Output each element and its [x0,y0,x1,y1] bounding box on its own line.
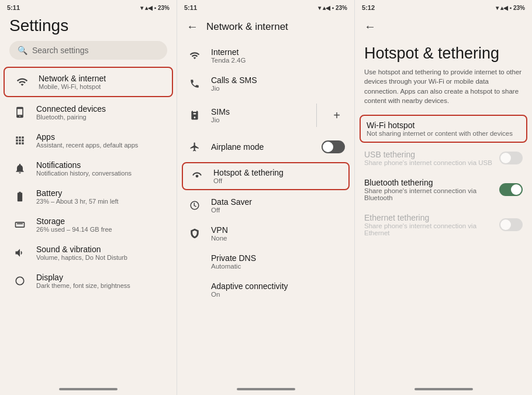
dns-text: Private DNS Automatic [186,253,345,270]
settings-item-storage[interactable]: Storage 26% used – 94.14 GB free [2,211,174,239]
nav-hotspot[interactable]: Hotspot & tethering Off [182,162,350,190]
back-button-2[interactable]: ← [184,18,201,36]
vpn-sub: None [211,235,345,242]
settings-item-sound[interactable]: Sound & vibration Volume, haptics, Do No… [2,239,174,267]
adaptive-text: Adaptive connectivity On [186,281,345,298]
network-subtitle: Mobile, Wi-Fi, hotspot [39,83,106,90]
settings-item-apps[interactable]: Apps Assistant, recent apps, default app… [2,126,174,154]
nav-sims[interactable]: SIMs Jio + [177,98,354,133]
bluetooth-tethering-text: Bluetooth tethering Share phone's intern… [364,178,493,201]
bluetooth-tethering-toggle[interactable] [499,183,523,196]
storage-text: Storage 26% used – 94.14 GB free [36,217,112,233]
apps-title: Apps [36,132,138,142]
usb-tethering-text: USB tethering Share phone's internet con… [364,150,493,166]
hotspot-nav-title: Hotspot & tethering [213,168,343,177]
time-3: 5:12 [362,4,375,11]
nav-dns[interactable]: Private DNS Automatic [177,248,354,276]
ethernet-tethering-title: Ethernet tethering [364,213,493,222]
status-icons-2: ▾ ▴◀ ▪ 23% [318,5,347,11]
nav-airplane[interactable]: Airplane mode [177,133,354,161]
usb-tethering-toggle[interactable] [499,152,523,164]
battery-settings-icon [12,188,28,205]
sims-title: SIMs [211,107,305,116]
hotspot-header: ← [355,14,532,42]
add-sim-button[interactable]: + [329,107,345,125]
airplane-text: Airplane mode [211,142,313,152]
internet-title: Internet [211,47,345,57]
status-icons-1: ▾ ▴◀ ▪ 23% [140,5,170,11]
usb-tethering-item[interactable]: USB tethering Share phone's internet con… [355,144,532,172]
bottom-bar-3 [414,388,473,390]
hotspot-nav-text: Hotspot & tethering Off [213,168,343,184]
storage-icon [12,217,28,233]
calls-title: Calls & SMS [211,75,345,85]
calls-text: Calls & SMS Jio [211,75,345,92]
adaptive-title: Adaptive connectivity [211,281,345,291]
display-subtitle: Dark theme, font size, brightness [36,282,130,289]
notifications-icon [12,160,28,177]
status-bar-2: 5:11 ▾ ▴◀ ▪ 23% [177,0,354,14]
bluetooth-tethering-item[interactable]: Bluetooth tethering Share phone's intern… [355,172,532,207]
hotspot-description: Use hotspot and tethering to provide int… [355,67,532,113]
nav-vpn[interactable]: VPN None [177,219,354,248]
battery-text: Battery 23% – About 3 hr, 57 min left [36,188,119,205]
wifi-icon-3: ▾ [496,5,499,11]
network-panel-title: Network & internet [206,21,288,33]
notifications-text: Notifications Notification history, conv… [36,160,132,177]
airplane-title: Airplane mode [211,142,313,152]
ethernet-tethering-toggle[interactable] [499,218,523,231]
wifi-hotspot-item[interactable]: Wi-Fi hotspot Not sharing internet or co… [360,115,527,143]
datasaver-title: Data Saver [211,197,345,207]
cell-icon-3: ▴◀ [500,5,508,11]
dns-sub: Automatic [211,263,345,270]
network-icon [14,74,30,90]
calls-icon [186,75,203,92]
sound-subtitle: Volume, haptics, Do Not Disturb [36,254,127,261]
nav-internet[interactable]: Internet Tenda 2.4G [177,42,354,70]
settings-item-connected[interactable]: Connected devices Bluetooth, pairing [2,98,174,126]
settings-item-network[interactable]: Network & internet Mobile, Wi-Fi, hotspo… [4,67,173,97]
calls-sub: Jio [211,85,345,92]
connected-text: Connected devices Bluetooth, pairing [36,104,106,121]
datasaver-sub: Off [211,207,345,214]
nav-calls[interactable]: Calls & SMS Jio [177,70,354,98]
connected-icon [12,104,28,121]
ethernet-tethering-item[interactable]: Ethernet tethering Share phone's interne… [355,207,532,242]
battery-subtitle: 23% – About 3 hr, 57 min left [36,198,119,205]
vpn-text: VPN None [211,225,345,242]
time-2: 5:11 [184,4,197,11]
notifications-subtitle: Notification history, conversations [36,170,132,177]
nav-adaptive[interactable]: Adaptive connectivity On [177,276,354,304]
display-icon [12,273,28,289]
status-bar-1: 5:11 ▾ ▴◀ ▪ 23% [0,0,177,14]
sims-sub: Jio [211,116,305,123]
cell-icon-2: ▴◀ [323,5,330,11]
display-title: Display [36,273,130,282]
adaptive-sub: On [211,291,345,298]
search-bar[interactable]: 🔍 Search settings [9,41,167,60]
battery-icon-2: ▪ 23% [332,5,347,11]
ethernet-tethering-sub: Share phone's internet connection via Et… [364,222,493,236]
notifications-title: Notifications [36,160,132,170]
sims-text: SIMs Jio [211,107,305,123]
settings-item-display[interactable]: Display Dark theme, font size, brightnes… [2,267,174,295]
vpn-title: VPN [211,225,345,235]
settings-item-battery[interactable]: Battery 23% – About 3 hr, 57 min left [2,183,174,211]
nav-datasaver[interactable]: Data Saver Off [177,191,354,219]
network-header: ← Network & internet [177,14,354,42]
airplane-toggle[interactable] [322,140,345,153]
storage-title: Storage [36,217,112,226]
sound-title: Sound & vibration [36,245,127,254]
page-title: Settings [0,14,177,41]
sims-divider [316,104,317,127]
sound-icon [12,245,28,261]
hotspot-nav-icon [189,168,205,184]
settings-item-notifications[interactable]: Notifications Notification history, conv… [2,154,174,183]
apps-icon [12,132,28,149]
back-button-3[interactable]: ← [362,18,378,36]
search-placeholder: Search settings [32,46,89,55]
bottom-bar-1 [59,388,118,390]
usb-tethering-title: USB tethering [364,150,493,159]
vpn-icon [186,225,203,242]
airplane-icon [186,139,203,155]
